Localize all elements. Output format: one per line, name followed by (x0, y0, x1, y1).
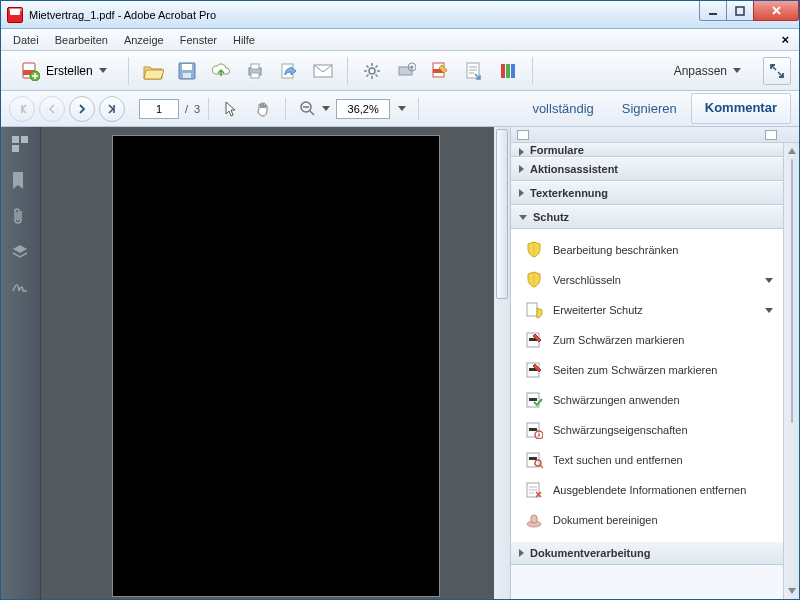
bookmark-icon[interactable] (11, 171, 31, 191)
svg-rect-9 (251, 64, 259, 69)
svg-rect-39 (529, 457, 537, 460)
svg-rect-27 (527, 303, 537, 316)
tool-label: Bearbeitung beschränken (553, 244, 678, 256)
schutz-item-4[interactable]: Seiten zum Schwärzen markieren (511, 355, 783, 385)
signatures-icon[interactable] (11, 279, 31, 299)
save-button[interactable] (173, 57, 201, 85)
chevron-down-icon (765, 308, 773, 313)
sanitize-icon (525, 511, 543, 529)
menu-hilfe[interactable]: Hilfe (225, 32, 263, 48)
section-texterkennung[interactable]: Texterkennung (511, 181, 783, 205)
section-formulare[interactable]: Formulare (511, 143, 783, 157)
svg-rect-0 (709, 13, 717, 15)
nav-toolbar: 1 / 3 36,2% vollständig Signieren Kommen… (1, 91, 799, 127)
titlebar: Mietvertrag_1.pdf - Adobe Acrobat Pro (1, 1, 799, 29)
chevron-down-icon (765, 278, 773, 283)
svg-rect-20 (501, 64, 505, 78)
search-icon (525, 451, 543, 469)
section-schutz-body: Bearbeitung beschränkenVerschlüsselnErwe… (511, 229, 783, 541)
email-button[interactable] (309, 57, 337, 85)
hidden-icon (525, 481, 543, 499)
panel-view-options[interactable] (511, 127, 799, 143)
thumbnails-icon[interactable] (11, 135, 31, 155)
svg-point-16 (410, 65, 413, 68)
zoom-input[interactable]: 36,2% (336, 99, 390, 119)
menu-bearbeiten[interactable]: Bearbeiten (47, 32, 116, 48)
layers-icon[interactable] (11, 243, 31, 263)
fullscreen-button[interactable] (763, 57, 791, 85)
schutz-item-3[interactable]: Zum Schwärzen markieren (511, 325, 783, 355)
chevron-down-icon (99, 68, 107, 73)
schutz-item-9[interactable]: Dokument bereinigen (511, 505, 783, 535)
next-page-button[interactable] (69, 96, 95, 122)
redact-icon (525, 331, 543, 349)
first-page-button[interactable] (9, 96, 35, 122)
page-number-input[interactable]: 1 (139, 99, 179, 119)
zoom-dropdown-icon[interactable] (322, 106, 330, 111)
svg-rect-26 (12, 145, 19, 152)
svg-rect-6 (182, 64, 192, 70)
menubar: Datei Bearbeiten Anzeige Fenster Hilfe × (1, 29, 799, 51)
tool-label: Seiten zum Schwärzen markieren (553, 364, 717, 376)
zoom-value-dropdown-icon[interactable] (398, 106, 406, 111)
svg-rect-7 (183, 73, 191, 78)
menu-fenster[interactable]: Fenster (172, 32, 225, 48)
pdf-page (112, 135, 440, 597)
schutz-item-7[interactable]: Text suchen und entfernen (511, 445, 783, 475)
schutz-item-6[interactable]: Schwärzungseigenschaften (511, 415, 783, 445)
svg-rect-35 (529, 428, 537, 431)
svg-rect-33 (529, 398, 537, 401)
edit-pdf-button[interactable] (426, 57, 454, 85)
select-tool-button[interactable] (217, 95, 245, 123)
link-comment[interactable]: Kommentar (691, 93, 791, 124)
cloud-button[interactable] (207, 57, 235, 85)
gear-button[interactable] (358, 57, 386, 85)
close-button[interactable] (753, 1, 799, 21)
ocr-button[interactable] (460, 57, 488, 85)
page-total: 3 (194, 103, 200, 115)
redprops-icon (525, 421, 543, 439)
minimize-button[interactable] (699, 1, 727, 21)
document-area[interactable] (41, 127, 510, 599)
svg-rect-24 (12, 136, 19, 143)
main-toolbar: Erstellen Anpassen (1, 51, 799, 91)
link-sign[interactable]: Signieren (608, 93, 691, 124)
print-production-button[interactable] (392, 57, 420, 85)
maximize-button[interactable] (726, 1, 754, 21)
menu-datei[interactable]: Datei (5, 32, 47, 48)
schutz-item-1[interactable]: Verschlüsseln (511, 265, 783, 295)
tool-label: Verschlüsseln (553, 274, 621, 286)
panel-scrollbar[interactable] (783, 143, 799, 599)
apply-icon (525, 391, 543, 409)
section-schutz[interactable]: Schutz (511, 205, 783, 229)
share-button[interactable] (275, 57, 303, 85)
last-page-button[interactable] (99, 96, 125, 122)
schutz-item-8[interactable]: Ausgeblendete Informationen entfernen (511, 475, 783, 505)
menubar-close-icon[interactable]: × (775, 32, 795, 47)
zoom-out-button[interactable] (294, 95, 322, 123)
schutz-item-2[interactable]: Erweiterter Schutz (511, 295, 783, 325)
link-full[interactable]: vollständig (518, 93, 607, 124)
open-button[interactable] (139, 57, 167, 85)
svg-point-13 (369, 68, 375, 74)
section-dokumentverarbeitung[interactable]: Dokumentverarbeitung (511, 541, 783, 565)
schutz-item-0[interactable]: Bearbeitung beschränken (511, 235, 783, 265)
create-label: Erstellen (46, 64, 93, 78)
create-button[interactable]: Erstellen (9, 57, 118, 85)
advshield-icon (525, 301, 543, 319)
attachment-icon[interactable] (11, 207, 31, 227)
hand-tool-button[interactable] (249, 95, 277, 123)
tools-panel: Formulare Aktionsassistent Texterkennung… (510, 127, 799, 599)
prev-page-button[interactable] (39, 96, 65, 122)
color-button[interactable] (494, 57, 522, 85)
menu-anzeige[interactable]: Anzeige (116, 32, 172, 48)
svg-point-37 (538, 434, 540, 436)
document-scrollbar[interactable] (494, 127, 510, 599)
schutz-item-5[interactable]: Schwärzungen anwenden (511, 385, 783, 415)
tool-label: Zum Schwärzen markieren (553, 334, 684, 346)
customize-button[interactable]: Anpassen (666, 61, 749, 81)
section-aktionsassistent[interactable]: Aktionsassistent (511, 157, 783, 181)
tool-label: Schwärzungseigenschaften (553, 424, 688, 436)
print-button[interactable] (241, 57, 269, 85)
tool-label: Erweiterter Schutz (553, 304, 643, 316)
